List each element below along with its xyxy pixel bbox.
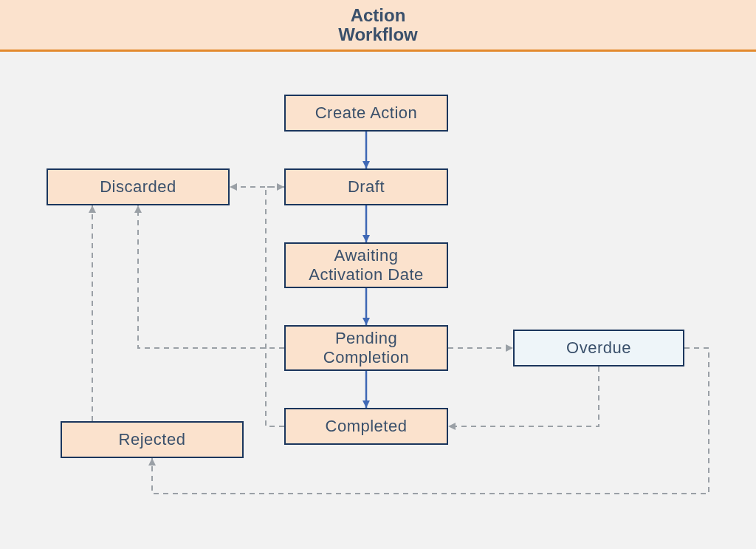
page-title: Action Workflow — [0, 6, 756, 45]
title-line-2: Workflow — [338, 24, 418, 44]
edge-overdue-to-completed — [448, 366, 599, 426]
node-awaiting: AwaitingActivation Date — [284, 242, 448, 288]
edge-pending-to-discarded — [138, 205, 284, 348]
node-overdue: Overdue — [513, 330, 684, 366]
node-rejected: Rejected — [61, 421, 244, 458]
node-pending: PendingCompletion — [284, 325, 448, 371]
workflow-canvas: Create Action Draft Discarded AwaitingAc… — [0, 52, 756, 545]
node-draft: Draft — [284, 168, 448, 205]
edge-completed-to-draft — [266, 187, 284, 426]
title-line-1: Action — [351, 5, 406, 25]
node-create-action: Create Action — [284, 95, 448, 132]
node-discarded: Discarded — [47, 168, 230, 205]
node-completed: Completed — [284, 408, 448, 445]
header: Action Workflow — [0, 0, 756, 52]
